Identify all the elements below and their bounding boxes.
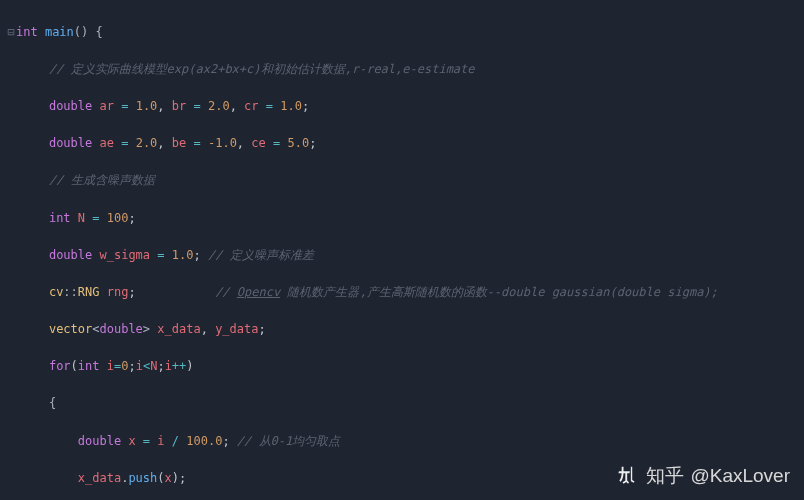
code-editor[interactable]: ⊟int main() { // 定义实际曲线模型exp(ax2+bx+c)和初… (0, 0, 804, 500)
comment: // 定义实际曲线模型exp(ax2+bx+c)和初始估计数据,r-real,e… (49, 62, 475, 76)
fold-icon[interactable]: ⊟ (6, 23, 16, 42)
watermark: 知乎 @KaxLover (618, 461, 790, 490)
watermark-site: 知乎 (646, 461, 684, 490)
watermark-handle: @KaxLover (690, 461, 790, 490)
zhihu-icon (618, 464, 640, 486)
